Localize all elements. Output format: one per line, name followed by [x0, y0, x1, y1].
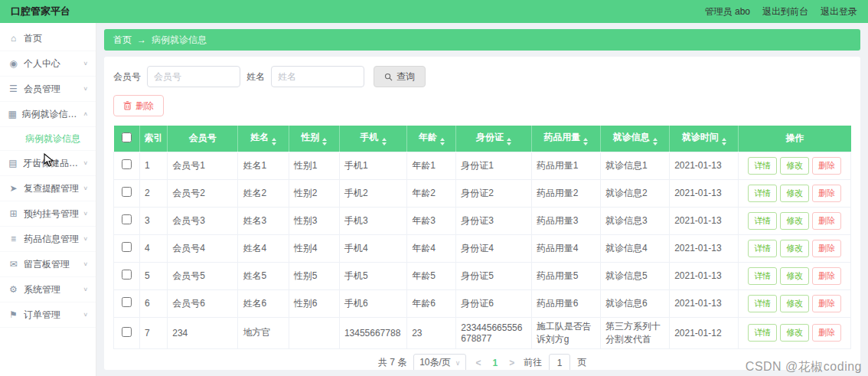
table-cell: 第三方系列十分割发代首	[600, 317, 669, 348]
table-cell: 性别5	[289, 262, 339, 289]
sort-carets-icon[interactable]	[322, 138, 327, 145]
top-header: 口腔管家平台 管理员 abo 退出到前台 退出登录	[0, 0, 868, 23]
edit-button[interactable]: 修改	[780, 185, 809, 202]
edit-button[interactable]: 修改	[780, 212, 809, 230]
logout-link[interactable]: 退出登录	[821, 5, 857, 18]
table-cell: 年龄1	[407, 152, 456, 179]
sort-carets-icon[interactable]	[272, 138, 276, 145]
table-row: 6会员号6姓名6性别6手机6年龄6身份证6药品用量6就诊信息62021-01-1…	[114, 289, 851, 317]
row-checkbox[interactable]	[122, 159, 132, 169]
detail-button[interactable]: 详情	[748, 267, 777, 285]
sidebar-item-9[interactable]: ⚙系统管理∨	[0, 277, 96, 302]
sidebar-item-label: 留言板管理	[24, 258, 70, 271]
detail-button[interactable]: 详情	[748, 185, 777, 202]
member-no-input[interactable]	[147, 66, 240, 87]
goto-page-input[interactable]	[549, 354, 570, 371]
detail-button[interactable]: 详情	[748, 240, 777, 257]
delete-button[interactable]: 删除	[812, 157, 841, 175]
edit-button[interactable]: 修改	[780, 157, 809, 175]
sidebar-subitem[interactable]: 病例就诊信息	[0, 127, 96, 151]
delete-button[interactable]: 删除	[812, 324, 841, 342]
table-cell: 性别1	[289, 152, 339, 179]
sidebar-item-label: 首页	[24, 32, 42, 45]
table-cell: 2021-01-13	[670, 234, 739, 262]
detail-button[interactable]: 详情	[748, 212, 777, 230]
query-button[interactable]: 查询	[374, 66, 426, 87]
table-cell	[289, 317, 339, 348]
row-checkbox[interactable]	[122, 214, 132, 224]
sidebar-item-7[interactable]: ≡药品信息管理∨	[0, 227, 96, 252]
row-actions-cell: 详情修改删除	[739, 317, 851, 348]
column-header-label: 性别	[301, 132, 319, 142]
table-cell: 4	[140, 234, 168, 262]
sidebar-item-label: 复查提醒管理	[24, 182, 79, 195]
delete-button[interactable]: 删除	[812, 295, 841, 312]
case-grid-icon: ▦	[8, 109, 17, 119]
table-header-row: 索引会员号姓名性别手机年龄身份证药品用量就诊信息就诊时间操作	[114, 126, 851, 152]
next-page-button[interactable]: >	[507, 358, 517, 368]
delete-button[interactable]: 删除	[113, 95, 164, 116]
column-header[interactable]: 性别	[289, 126, 339, 152]
row-checkbox[interactable]	[122, 327, 132, 337]
detail-button[interactable]: 详情	[748, 157, 777, 175]
sort-carets-icon[interactable]	[583, 138, 588, 145]
column-header[interactable]: 手机	[339, 126, 406, 152]
table-cell: 会员号3	[168, 207, 238, 234]
sidebar-item-0[interactable]: ⌂首页	[0, 26, 96, 51]
edit-button[interactable]: 修改	[780, 295, 809, 312]
table-cell: 1	[140, 152, 168, 179]
sidebar-item-3[interactable]: ▦病例就诊信息管理∧	[0, 102, 96, 127]
column-header[interactable]: 就诊时间	[670, 126, 739, 152]
name-input[interactable]	[271, 66, 364, 87]
prev-page-button[interactable]: <	[473, 358, 483, 368]
sidebar-item-2[interactable]: ☰会员管理∨	[0, 77, 96, 102]
sidebar-item-5[interactable]: ➤复查提醒管理∨	[0, 176, 96, 201]
breadcrumb-home[interactable]: 首页	[113, 34, 132, 47]
sort-carets-icon[interactable]	[653, 138, 658, 145]
sort-carets-icon[interactable]	[507, 138, 511, 145]
chevron-down-icon: ∨	[83, 312, 88, 318]
column-header[interactable]: 身份证	[456, 126, 531, 152]
goto-label: 前往	[524, 356, 542, 369]
table-cell: 年龄4	[407, 234, 456, 262]
table-cell: 手机5	[339, 262, 406, 289]
row-checkbox[interactable]	[122, 297, 132, 307]
table-cell: 手机1	[339, 152, 406, 179]
back-to-front-link[interactable]: 退出到前台	[762, 5, 808, 18]
delete-button[interactable]: 删除	[812, 267, 841, 285]
sidebar-item-label: 订单管理	[24, 309, 60, 322]
name-label: 姓名	[246, 70, 265, 83]
delete-button[interactable]: 删除	[812, 212, 841, 230]
row-checkbox[interactable]	[122, 187, 132, 197]
page-number-1[interactable]: 1	[490, 358, 500, 368]
table-cell: 身份证4	[456, 234, 531, 262]
row-checkbox[interactable]	[122, 270, 132, 280]
detail-button[interactable]: 详情	[748, 324, 777, 342]
row-checkbox[interactable]	[122, 242, 132, 252]
column-header[interactable]: 年龄	[407, 126, 456, 152]
delete-button[interactable]: 删除	[812, 240, 841, 257]
goto-suffix-label: 页	[577, 356, 586, 369]
breadcrumb-separator-icon: →	[137, 34, 146, 45]
table-cell: 药品用量3	[531, 207, 600, 234]
sort-carets-icon[interactable]	[440, 138, 445, 145]
column-header[interactable]: 姓名	[238, 126, 289, 152]
gear-icon: ⚙	[8, 284, 19, 295]
select-all-checkbox[interactable]	[122, 132, 132, 142]
delete-button[interactable]: 删除	[812, 185, 841, 202]
column-header-label: 药品用量	[543, 132, 580, 142]
column-header[interactable]: 药品用量	[531, 126, 600, 152]
sort-carets-icon[interactable]	[722, 138, 726, 145]
detail-button[interactable]: 详情	[748, 295, 777, 312]
edit-button[interactable]: 修改	[780, 267, 809, 285]
message-icon: ✉	[8, 259, 19, 270]
sort-carets-icon[interactable]	[382, 138, 387, 145]
sidebar-item-10[interactable]: ⚑订单管理∨	[0, 302, 96, 328]
edit-button[interactable]: 修改	[780, 324, 809, 342]
edit-button[interactable]: 修改	[780, 240, 809, 257]
sidebar-item-8[interactable]: ✉留言板管理∨	[0, 252, 96, 277]
sidebar-item-6[interactable]: ⊞预约挂号管理∨	[0, 201, 96, 227]
page-size-select[interactable]: 10条/页 ∨	[413, 354, 466, 371]
column-header[interactable]: 就诊信息	[600, 126, 669, 152]
sidebar-item-1[interactable]: ◉个人中心∨	[0, 51, 96, 77]
